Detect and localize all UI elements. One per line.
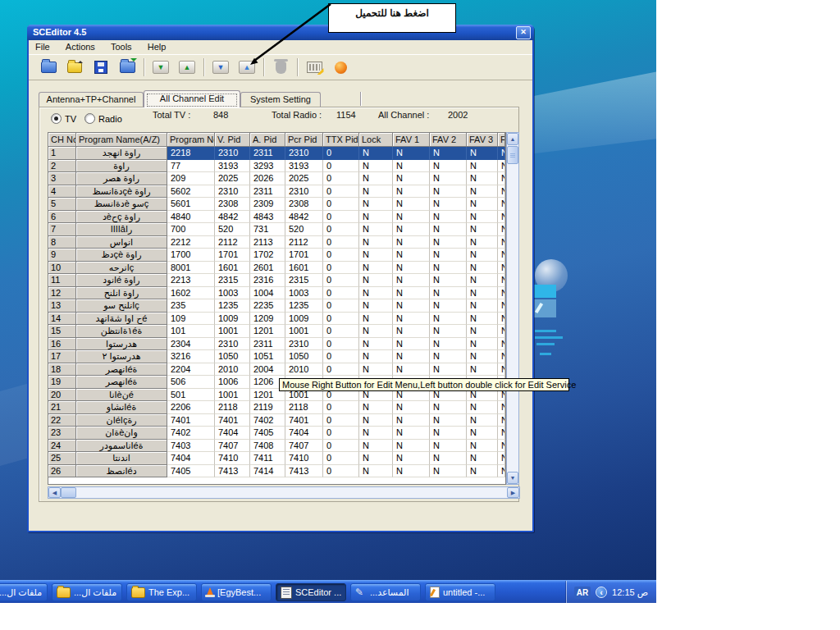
table-cell[interactable]: 3216 bbox=[167, 350, 215, 363]
table-cell[interactable]: N bbox=[393, 249, 430, 262]
table-cell[interactable]: 0 bbox=[323, 299, 359, 313]
table-cell[interactable]: 1006 bbox=[215, 376, 250, 389]
table-cell[interactable]: 7401 bbox=[215, 414, 250, 427]
table-cell[interactable]: 731 bbox=[250, 223, 285, 236]
program-name-cell[interactable]: انواس bbox=[76, 236, 167, 249]
table-cell[interactable]: 21 bbox=[48, 401, 76, 414]
table-cell[interactable]: 0 bbox=[323, 440, 359, 453]
table-cell[interactable]: 520 bbox=[215, 223, 250, 236]
table-cell[interactable]: N bbox=[467, 427, 498, 440]
table-cell[interactable]: N bbox=[359, 338, 393, 351]
program-name-cell[interactable]: ةéانهصر bbox=[76, 363, 167, 377]
table-cell[interactable]: N bbox=[430, 211, 467, 224]
program-name-cell[interactable]: راوة çèدةانسظ bbox=[76, 185, 167, 199]
table-cell[interactable]: 1051 bbox=[250, 350, 285, 363]
table-cell[interactable]: 1009 bbox=[285, 313, 323, 326]
table-cell[interactable]: N bbox=[498, 299, 505, 313]
program-name-cell[interactable]: دéانصظ bbox=[76, 465, 167, 478]
table-cell[interactable]: N bbox=[498, 338, 505, 351]
table-row[interactable]: 7راâاااا7005207315200NNNNN bbox=[48, 223, 505, 236]
table-row[interactable]: 25اندنتا74047410741174100NNNNN bbox=[48, 452, 505, 465]
table-cell[interactable]: 8 bbox=[48, 236, 76, 249]
table-cell[interactable]: 7407 bbox=[215, 440, 250, 453]
table-cell[interactable]: 26 bbox=[48, 465, 76, 478]
table-cell[interactable]: 9 bbox=[48, 249, 76, 262]
taskbar-button[interactable]: untitled -... bbox=[425, 583, 495, 601]
scroll-up-button[interactable]: ▲ bbox=[507, 133, 518, 145]
table-cell[interactable]: N bbox=[359, 440, 393, 453]
table-cell[interactable]: N bbox=[393, 274, 430, 287]
table-cell[interactable]: N bbox=[359, 147, 393, 160]
table-cell[interactable]: N bbox=[359, 287, 393, 300]
table-cell[interactable]: 2311 bbox=[250, 338, 285, 351]
table-cell[interactable]: 0 bbox=[323, 414, 359, 427]
table-cell[interactable]: N bbox=[359, 223, 393, 236]
table-cell[interactable]: N bbox=[359, 198, 393, 211]
table-cell[interactable]: N bbox=[359, 325, 393, 338]
column-header[interactable]: Program Name(A/Z) bbox=[76, 133, 167, 147]
table-cell[interactable]: N bbox=[430, 465, 467, 478]
table-cell[interactable]: 2309 bbox=[250, 198, 285, 211]
table-cell[interactable]: N bbox=[498, 236, 505, 249]
table-cell[interactable]: N bbox=[467, 338, 498, 351]
table-cell[interactable]: N bbox=[498, 465, 505, 478]
table-cell[interactable]: N bbox=[498, 440, 505, 453]
table-cell[interactable]: N bbox=[393, 350, 430, 363]
table-cell[interactable]: N bbox=[359, 401, 393, 414]
table-cell[interactable]: 2235 bbox=[250, 299, 285, 313]
table-cell[interactable]: 1601 bbox=[285, 262, 323, 275]
program-name-cell[interactable]: راâاااا bbox=[76, 223, 167, 236]
table-cell[interactable]: 501 bbox=[167, 389, 215, 402]
table-cell[interactable]: 2212 bbox=[167, 236, 215, 249]
table-cell[interactable]: 2026 bbox=[250, 172, 285, 185]
program-name-cell[interactable]: راوة هصر bbox=[76, 172, 167, 185]
table-cell[interactable]: N bbox=[393, 427, 430, 440]
table-cell[interactable]: N bbox=[393, 198, 430, 211]
table-cell[interactable]: N bbox=[393, 363, 430, 377]
table-cell[interactable]: N bbox=[498, 287, 505, 300]
table-cell[interactable]: 7401 bbox=[285, 414, 323, 427]
close-button[interactable]: ✕ bbox=[516, 26, 531, 39]
table-cell[interactable]: 5602 bbox=[167, 185, 215, 199]
taskbar-button[interactable]: ملفات ال... bbox=[52, 583, 122, 601]
table-cell[interactable]: N bbox=[498, 223, 505, 236]
table-cell[interactable]: N bbox=[359, 211, 393, 224]
table-cell[interactable]: N bbox=[359, 427, 393, 440]
program-name-cell[interactable]: وانèةان bbox=[76, 427, 167, 440]
table-cell[interactable]: N bbox=[430, 223, 467, 236]
table-row[interactable]: 6راوة çحèد48404842484348420NNNNN bbox=[48, 211, 505, 224]
table-cell[interactable]: N bbox=[467, 452, 498, 465]
table-cell[interactable]: 7405 bbox=[250, 427, 285, 440]
tv-radio-button[interactable] bbox=[51, 113, 62, 124]
table-cell[interactable]: 1602 bbox=[167, 287, 215, 300]
program-name-cell[interactable]: éنèانا bbox=[76, 389, 167, 402]
table-cell[interactable]: 5 bbox=[48, 198, 76, 211]
table-cell[interactable]: 0 bbox=[323, 325, 359, 338]
table-cell[interactable]: 0 bbox=[323, 401, 359, 414]
table-row[interactable]: 4راوة çèدةانسظ56022310231123100NNNNN bbox=[48, 185, 505, 199]
program-name-cell[interactable]: ةéانشاو bbox=[76, 401, 167, 414]
column-header[interactable]: Program No bbox=[167, 133, 215, 147]
table-cell[interactable]: 2004 bbox=[250, 363, 285, 377]
table-cell[interactable]: 1009 bbox=[215, 313, 250, 326]
table-cell[interactable]: 1003 bbox=[285, 287, 323, 300]
table-cell[interactable]: 2310 bbox=[285, 185, 323, 199]
table-cell[interactable]: N bbox=[467, 325, 498, 338]
column-header[interactable]: Lock bbox=[359, 133, 393, 147]
table-cell[interactable]: N bbox=[498, 452, 505, 465]
table-cell[interactable]: N bbox=[359, 299, 393, 313]
table-row[interactable]: 14éح اوا شةانهد1091009120910090NNNNN bbox=[48, 313, 505, 326]
table-row[interactable]: 18ةéانهصر22042010200420100NNNNN bbox=[48, 363, 505, 377]
table-row[interactable]: 21ةéانشاو22062118211921180NNNNN bbox=[48, 401, 505, 414]
table-cell[interactable]: N bbox=[393, 401, 430, 414]
table-cell[interactable]: N bbox=[498, 147, 505, 160]
tab-antenna-tp-channel[interactable]: Antenna+TP+Channel bbox=[39, 92, 144, 107]
table-cell[interactable]: N bbox=[467, 147, 498, 160]
table-cell[interactable]: 2315 bbox=[215, 274, 250, 287]
table-cell[interactable]: 7401 bbox=[167, 414, 215, 427]
table-cell[interactable]: 0 bbox=[323, 160, 359, 173]
table-cell[interactable]: 19 bbox=[48, 376, 76, 389]
table-cell[interactable]: 2119 bbox=[250, 401, 285, 414]
table-cell[interactable]: N bbox=[359, 274, 393, 287]
table-cell[interactable]: 7404 bbox=[215, 427, 250, 440]
